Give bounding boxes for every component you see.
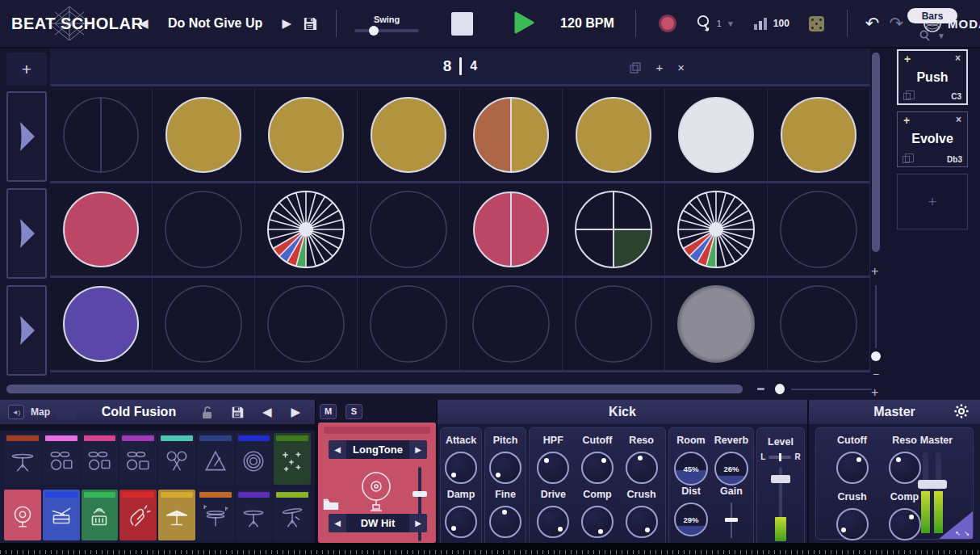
randomize-dice-button[interactable] xyxy=(809,16,824,32)
swing-slider-thumb[interactable] xyxy=(369,26,379,36)
instrument-tile-gong[interactable] xyxy=(236,433,273,485)
volume-control[interactable]: 100 xyxy=(754,16,789,31)
beat-cell-empty[interactable] xyxy=(768,278,870,370)
pan-thumb[interactable] xyxy=(779,453,781,461)
quantize-control[interactable]: 1 ▼ xyxy=(696,15,735,32)
cutoff-knob[interactable] xyxy=(836,452,869,484)
instrument-tile-drum-kit-alt[interactable] xyxy=(119,433,157,485)
add-bar-icon[interactable]: + xyxy=(904,53,911,65)
instrument-tile-cymbal[interactable] xyxy=(158,490,195,541)
browse-sample-button[interactable] xyxy=(323,498,339,513)
next-song-button[interactable]: ▶ xyxy=(276,13,299,34)
kick-drum-icon[interactable] xyxy=(358,469,394,515)
save-kit-icon[interactable] xyxy=(231,406,245,419)
row-play-button[interactable] xyxy=(6,285,47,376)
next-articulation-button[interactable]: ▶ xyxy=(409,440,427,459)
beat-cell-empty[interactable] xyxy=(358,278,460,370)
add-bar-card[interactable]: + xyxy=(897,174,968,229)
h-zoom-slider-track[interactable] xyxy=(791,389,872,390)
beat-cell-solid[interactable] xyxy=(563,89,665,181)
bpm-display[interactable]: 120 BPM xyxy=(560,16,614,31)
beat-cell-empty[interactable] xyxy=(358,183,460,275)
time-signature-beats[interactable]: 8 xyxy=(443,57,452,75)
play-button[interactable] xyxy=(513,11,534,36)
crush-knob[interactable] xyxy=(626,506,658,538)
remove-bar-icon[interactable]: × xyxy=(677,61,685,74)
zoom-in-corner-icon[interactable]: + xyxy=(871,385,878,400)
swing-slider[interactable] xyxy=(354,29,419,32)
beat-cell-soft[interactable] xyxy=(665,278,768,370)
pitch-knob[interactable] xyxy=(489,452,521,484)
prev-kit-button[interactable]: ◀ xyxy=(256,402,279,423)
undo-button[interactable]: ↶ xyxy=(861,12,885,35)
lock-open-icon[interactable] xyxy=(202,406,213,419)
master-fader-thumb[interactable] xyxy=(918,480,947,489)
instrument-tile-maracas[interactable] xyxy=(158,433,195,485)
instrument-tile-crash-stand[interactable] xyxy=(236,490,273,541)
beat-cell-solid[interactable] xyxy=(665,89,768,181)
beat-cell-starburst[interactable] xyxy=(255,183,358,275)
stop-button[interactable] xyxy=(451,12,473,36)
bar-card-push[interactable]: +×PushC3 xyxy=(897,49,968,105)
beat-cell-empty[interactable] xyxy=(255,278,358,370)
beat-cell-solid[interactable] xyxy=(50,183,153,275)
beat-cell-empty[interactable] xyxy=(153,183,255,275)
duplicate-bar-icon[interactable] xyxy=(630,62,641,74)
instrument-tile-triangle[interactable] xyxy=(197,433,234,485)
zoom-in-v-icon[interactable]: + xyxy=(871,264,878,279)
instrument-tile-drum-kit[interactable] xyxy=(43,433,80,485)
add-row-button[interactable]: + xyxy=(6,53,47,86)
beat-cell-solid[interactable] xyxy=(255,89,358,181)
sample-volume-thumb[interactable] xyxy=(413,491,427,497)
chevron-down-icon[interactable]: ▼ xyxy=(937,32,945,40)
instrument-tile-cowbell[interactable] xyxy=(82,490,119,541)
room-knob[interactable]: 45% xyxy=(674,452,708,486)
kit-name[interactable]: Cold Fusion xyxy=(82,405,195,419)
beat-cell-solid[interactable] xyxy=(153,89,255,181)
instrument-tile-ride-stand[interactable] xyxy=(274,490,311,541)
beat-cell-empty[interactable] xyxy=(153,278,255,370)
vertical-scrollbar[interactable] xyxy=(872,53,880,252)
horizontal-scrollbar[interactable] xyxy=(6,385,743,393)
map-grid-icon[interactable] xyxy=(57,405,76,419)
v-zoom-slider-thumb[interactable] xyxy=(871,351,881,361)
close-icon[interactable]: × xyxy=(955,53,961,64)
instrument-tile-hihat[interactable] xyxy=(197,490,234,541)
comp-knob[interactable] xyxy=(581,506,614,538)
fine-knob[interactable] xyxy=(489,506,521,538)
level-fader-thumb[interactable] xyxy=(771,475,790,483)
instrument-tile-snare[interactable] xyxy=(43,490,80,541)
beat-cell-empty[interactable] xyxy=(460,278,563,370)
time-signature-bar[interactable]: 8 4 + × xyxy=(50,48,870,86)
reso-knob[interactable] xyxy=(626,452,658,484)
pan-slider[interactable] xyxy=(769,456,791,459)
search-icon[interactable] xyxy=(919,30,930,41)
instrument-tile-kick-drum-selected[interactable] xyxy=(4,490,41,541)
map-label[interactable]: Map xyxy=(31,406,50,418)
beat-cell-solid[interactable] xyxy=(768,89,870,181)
beat-cell-quad[interactable] xyxy=(563,183,665,275)
beat-cell-empty[interactable] xyxy=(768,183,870,275)
prev-sample-button[interactable]: ◀ xyxy=(329,514,346,532)
instrument-tile-drum-kit[interactable] xyxy=(82,433,119,485)
beat-cell-empty[interactable] xyxy=(563,278,665,370)
beat-cell-solid[interactable] xyxy=(358,89,460,181)
prev-articulation-button[interactable]: ◀ xyxy=(329,440,346,459)
close-icon[interactable]: × xyxy=(956,114,961,125)
gain-slider[interactable] xyxy=(715,502,748,538)
solo-button[interactable]: S xyxy=(346,404,362,419)
cutoff-knob[interactable] xyxy=(581,452,614,484)
damp-knob[interactable] xyxy=(445,506,477,538)
instrument-tile-ride-cymbal[interactable] xyxy=(4,433,41,485)
instrument-tile-clap[interactable] xyxy=(119,490,157,541)
add-beat-icon[interactable]: + xyxy=(655,61,663,74)
drive-knob[interactable] xyxy=(537,506,569,538)
reverb-knob[interactable]: 26% xyxy=(714,452,748,486)
beat-cell-split[interactable] xyxy=(460,183,563,275)
duplicate-icon[interactable] xyxy=(903,156,910,163)
row-play-button[interactable] xyxy=(6,91,47,182)
beat-cell-split[interactable] xyxy=(460,89,563,181)
settings-button[interactable] xyxy=(954,404,969,421)
bar-card-evolve[interactable]: +×EvolveDb3 xyxy=(897,111,968,167)
next-kit-button[interactable]: ▶ xyxy=(284,402,307,423)
